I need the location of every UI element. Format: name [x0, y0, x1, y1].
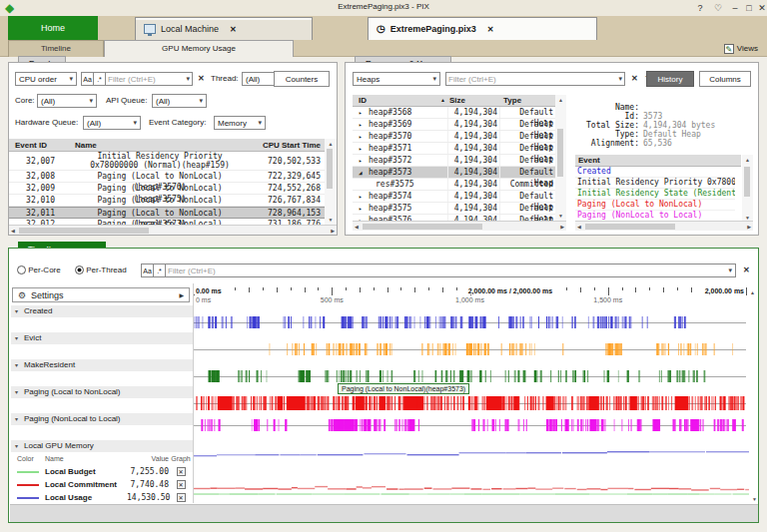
- heap-row[interactable]: ▸heap#35754,194,304Default Heap: [353, 203, 555, 215]
- track-label-created[interactable]: ▾Created: [11, 305, 193, 317]
- collapse-icon[interactable]: ▾: [15, 440, 18, 452]
- collapse-icon[interactable]: ▾: [15, 332, 18, 344]
- resources-filter-input[interactable]: [446, 73, 618, 85]
- per-core-radio[interactable]: Per-Core: [17, 266, 61, 274]
- scroll-up-icon[interactable]: ▲: [742, 155, 753, 163]
- scroll-up-icon[interactable]: ▲: [555, 95, 566, 103]
- heap-row[interactable]: ▸heap#35694,194,304Default Heap: [353, 119, 555, 131]
- track-label-evict[interactable]: ▾Evict: [11, 332, 193, 344]
- expander-collapsed-icon[interactable]: ▸: [359, 143, 366, 154]
- tab-local-machine[interactable]: Local Machine ✕: [135, 17, 313, 40]
- minimize-button[interactable]: –: [728, 2, 742, 14]
- event-order-combo[interactable]: CPU order▾: [15, 72, 77, 86]
- expander-collapsed-icon[interactable]: ▸: [359, 107, 366, 118]
- history-button[interactable]: History: [646, 71, 694, 87]
- scroll-thumb[interactable]: [744, 167, 750, 197]
- event-category-combo[interactable]: Memory▾: [214, 116, 266, 130]
- subtab-timeline[interactable]: Timeline: [8, 40, 104, 57]
- legend-graph-checkbox[interactable]: ✕: [169, 480, 193, 489]
- per-thread-radio[interactable]: Per-Thread: [75, 266, 127, 274]
- heap-row[interactable]: ▸heap#35744,194,304Default Heap: [353, 191, 555, 203]
- help-icon[interactable]: ?: [693, 2, 707, 14]
- col-id[interactable]: ID: [353, 95, 447, 106]
- expander-collapsed-icon[interactable]: ▸: [359, 191, 366, 202]
- views-button[interactable]: ✎ Views: [720, 41, 762, 56]
- scroll-thumb[interactable]: [363, 224, 482, 230]
- tab-close-icon[interactable]: ✕: [230, 25, 237, 34]
- columns-button[interactable]: Columns: [699, 71, 751, 87]
- scroll-left-icon[interactable]: ◀: [355, 224, 359, 230]
- scroll-right-icon[interactable]: ▶: [747, 224, 751, 230]
- heap-row[interactable]: res#35754,194,304Committed: [353, 179, 555, 191]
- counters-button[interactable]: Counters: [274, 71, 330, 87]
- details-horizontal-scrollbar[interactable]: ◀ ▶: [575, 221, 753, 231]
- settings-button[interactable]: ⚙ Settings ▶: [12, 287, 190, 302]
- tab-close-icon[interactable]: ✕: [487, 25, 494, 34]
- scroll-left-icon[interactable]: ◀: [11, 228, 15, 234]
- maximize-button[interactable]: □: [742, 2, 756, 14]
- heap-row[interactable]: ◢heap#35734,194,304Default Heap: [353, 167, 555, 179]
- scroll-right-icon[interactable]: ▶: [331, 228, 335, 234]
- detail-event-row[interactable]: Paging (Local to NonLocal): [575, 200, 735, 211]
- track-label-paging-nonlocal-to-local-[interactable]: ▾Paging (NonLocal to Local): [11, 413, 193, 425]
- resources-filter[interactable]: ▾: [445, 72, 625, 86]
- heaps-table-header[interactable]: ID ▲ Size Type: [353, 95, 555, 107]
- heap-row[interactable]: ▸heap#35684,194,304Default Heap: [353, 107, 555, 119]
- track-label-paging-local-to-nonlocal-[interactable]: ▾Paging (Local to NonLocal): [11, 386, 193, 398]
- collapse-icon[interactable]: ▾: [15, 359, 18, 371]
- scroll-down-icon[interactable]: ▼: [555, 213, 566, 219]
- expander-collapsed-icon[interactable]: ▸: [359, 203, 366, 214]
- legend-row[interactable]: Local Commitment7,740.48✕: [11, 478, 193, 491]
- scroll-thumb[interactable]: [327, 149, 333, 189]
- col-event-id[interactable]: Event ID: [9, 139, 71, 151]
- event-row[interactable]: 32,011Paging (Local to NonLocal)(heap#35…: [9, 207, 325, 219]
- collapse-icon[interactable]: ▾: [15, 305, 18, 317]
- detail-event-row[interactable]: Initial Residency Priority 0x78000000 (N…: [575, 178, 735, 189]
- clear-filter-icon[interactable]: ✕: [631, 74, 638, 83]
- timeline-filter-input[interactable]: [166, 265, 728, 276]
- heap-row[interactable]: ▸heap#35704,194,304Default Heap: [353, 131, 555, 143]
- legend-row[interactable]: Local Budget7,255.00✕: [11, 465, 193, 478]
- events-filter-input[interactable]: [106, 73, 186, 85]
- collapse-icon[interactable]: ▾: [15, 413, 18, 425]
- heaps-horizontal-scrollbar[interactable]: ◀ ▶: [353, 221, 566, 231]
- api-queue-combo[interactable]: (All)▾: [152, 94, 207, 108]
- detail-event-row[interactable]: Initial Residency State (Resident): [575, 189, 735, 200]
- event-row[interactable]: 32,007Initial Residency Priority 0x78000…: [9, 152, 325, 171]
- hardware-queue-combo[interactable]: (All)▾: [83, 116, 141, 130]
- event-row[interactable]: 32,010Paging (Local to NonLocal)(heap#35…: [9, 195, 325, 207]
- tab-home[interactable]: Home: [8, 16, 98, 40]
- events-vertical-scrollbar[interactable]: ▲ ▼: [325, 139, 337, 225]
- detail-event-header[interactable]: Event: [575, 155, 741, 167]
- scroll-down-icon[interactable]: ▼: [752, 496, 757, 502]
- scroll-down-icon[interactable]: ▼: [325, 217, 337, 223]
- events-filter[interactable]: ▾: [105, 72, 193, 86]
- subtab-gpu-memory-usage[interactable]: GPU Memory Usage: [104, 40, 294, 57]
- col-size[interactable]: Size: [447, 95, 499, 106]
- timeline-filter[interactable]: ▾: [165, 264, 736, 277]
- expander-collapsed-icon[interactable]: ▸: [359, 131, 366, 142]
- track-label-local-gpu-memory[interactable]: ▾Local GPU Memory: [11, 440, 193, 452]
- clear-filter-icon[interactable]: ✕: [743, 266, 750, 274]
- close-button[interactable]: ✕: [755, 2, 767, 14]
- tab-document[interactable]: ◷ ExtremePaging.pix3 ✕: [368, 17, 597, 40]
- expander-expanded-icon[interactable]: ◢: [359, 167, 366, 178]
- scroll-thumb[interactable]: [19, 228, 149, 234]
- col-name[interactable]: Name: [71, 139, 249, 151]
- legend-graph-checkbox[interactable]: ✕: [169, 467, 193, 476]
- resource-kind-combo[interactable]: Heaps▾: [353, 72, 440, 86]
- col-cpu-start-time[interactable]: CPU Start Time: [249, 139, 325, 151]
- chevron-down-icon[interactable]: ▾: [186, 75, 192, 83]
- expander-collapsed-icon[interactable]: ▸: [359, 119, 366, 130]
- event-row[interactable]: 32,009Paging (Local to NonLocal)(heap#35…: [9, 183, 325, 195]
- legend-graph-checkbox[interactable]: ✕: [169, 493, 193, 502]
- legend-row[interactable]: Local Usage14,530.50✕: [11, 491, 193, 504]
- radio-selected-icon[interactable]: [75, 266, 84, 274]
- scroll-left-icon[interactable]: ◀: [577, 224, 581, 230]
- expander-collapsed-icon[interactable]: ▸: [359, 155, 366, 166]
- scroll-up-icon[interactable]: ▲: [750, 289, 755, 295]
- detail-event-row[interactable]: Created: [575, 167, 735, 178]
- collapse-icon[interactable]: ▾: [15, 386, 18, 398]
- scroll-up-icon[interactable]: ▲: [325, 139, 337, 147]
- event-row[interactable]: 32,008Paging (Local to NonLocal)(heap#35…: [9, 171, 325, 183]
